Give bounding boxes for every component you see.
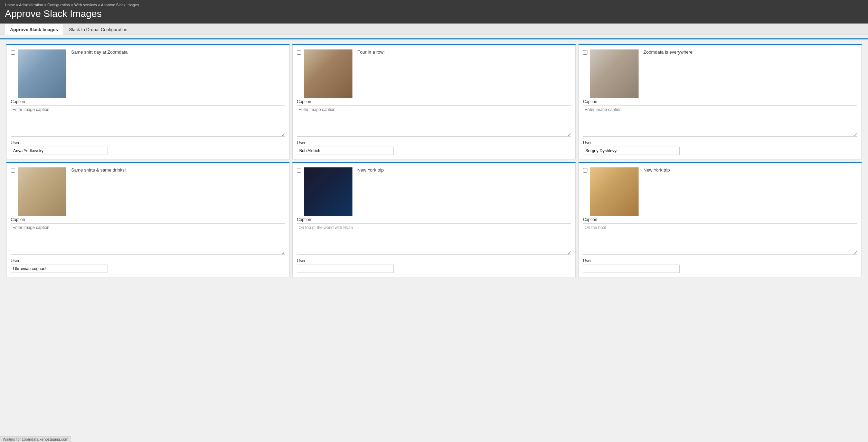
caption-textarea-2[interactable] — [297, 105, 571, 137]
user-input-1[interactable] — [11, 147, 107, 155]
card-title-5: New York trip — [356, 167, 571, 173]
image-card-5: New York trip Caption On top of the worl… — [292, 162, 576, 277]
breadcrumb: Home » Administration » Configuration » … — [5, 3, 863, 7]
image-card-6: New York trip Caption On the boat User — [578, 162, 862, 277]
main-content: Same shirt day at Zoomdata Caption User … — [0, 39, 868, 282]
user-label-6: User — [583, 258, 857, 263]
user-label-2: User — [297, 140, 571, 145]
caption-label-2: Caption — [297, 99, 571, 104]
breadcrumb-home[interactable]: Home — [5, 3, 15, 7]
caption-label-1: Caption — [11, 99, 285, 104]
caption-label-5: Caption — [297, 217, 571, 222]
image-card-4: Same shirts & same drinks! Caption User — [6, 162, 290, 277]
card-checkbox-1[interactable] — [11, 50, 15, 55]
card-top-row: Four in a row! — [297, 49, 571, 98]
card-image-6 — [590, 167, 639, 216]
image-card-3: Zoomdata is everywhere Caption User — [578, 44, 862, 159]
breadcrumb-admin[interactable]: Administration — [19, 3, 43, 7]
user-input-4[interactable] — [11, 265, 107, 273]
card-checkbox-5[interactable] — [297, 168, 301, 173]
card-checkbox-3[interactable] — [583, 50, 587, 55]
user-input-6[interactable] — [583, 265, 680, 273]
breadcrumb-config[interactable]: Configuration — [47, 3, 70, 7]
card-checkbox-4[interactable] — [11, 168, 15, 173]
card-title-1: Same shirt day at Zoomdata — [70, 49, 285, 55]
breadcrumb-webservices[interactable]: Web services — [74, 3, 97, 7]
caption-textarea-3[interactable] — [583, 105, 857, 137]
user-input-2[interactable] — [297, 147, 394, 155]
card-image-4 — [18, 167, 66, 216]
image-card-2: Four in a row! Caption User — [292, 44, 576, 159]
card-image-1 — [18, 49, 66, 98]
image-card-1: Same shirt day at Zoomdata Caption User — [6, 44, 290, 159]
card-top-row: Same shirts & same drinks! — [11, 167, 285, 216]
card-title-4: Same shirts & same drinks! — [70, 167, 285, 173]
tab-slack-drupal-config[interactable]: Slack to Drupal Configuration — [64, 24, 133, 35]
user-label-1: User — [11, 140, 285, 145]
user-label-5: User — [297, 258, 571, 263]
breadcrumb-current: Approve Slack Images — [101, 3, 139, 7]
card-image-5 — [304, 167, 352, 216]
user-input-3[interactable] — [583, 147, 680, 155]
caption-textarea-1[interactable] — [11, 105, 285, 137]
caption-textarea-4[interactable] — [11, 223, 285, 255]
page-title: Approve Slack Images — [5, 8, 863, 19]
caption-textarea-6[interactable]: On the boat — [583, 223, 857, 255]
card-title-2: Four in a row! — [356, 49, 571, 55]
tabs-bar: Approve Slack Images Slack to Drupal Con… — [0, 24, 868, 35]
caption-label-6: Caption — [583, 217, 857, 222]
page-header: Home » Administration » Configuration » … — [0, 0, 868, 24]
card-image-2 — [304, 49, 352, 98]
user-label-4: User — [11, 258, 285, 263]
caption-textarea-5[interactable]: On top of the world with Ryan — [297, 223, 571, 255]
caption-label-3: Caption — [583, 99, 857, 104]
caption-label-4: Caption — [11, 217, 285, 222]
card-title-6: New York trip — [642, 167, 857, 173]
user-input-5[interactable] — [297, 265, 394, 273]
image-grid: Same shirt day at Zoomdata Caption User … — [5, 43, 863, 279]
card-top-row: New York trip — [583, 167, 857, 216]
card-top-row: Zoomdata is everywhere — [583, 49, 857, 98]
user-label-3: User — [583, 140, 857, 145]
card-title-3: Zoomdata is everywhere — [642, 49, 857, 55]
card-top-row: Same shirt day at Zoomdata — [11, 49, 285, 98]
card-checkbox-2[interactable] — [297, 50, 301, 55]
card-top-row: New York trip — [297, 167, 571, 216]
card-image-3 — [590, 49, 639, 98]
card-checkbox-6[interactable] — [583, 168, 587, 173]
tab-approve-slack-images[interactable]: Approve Slack Images — [5, 24, 63, 35]
